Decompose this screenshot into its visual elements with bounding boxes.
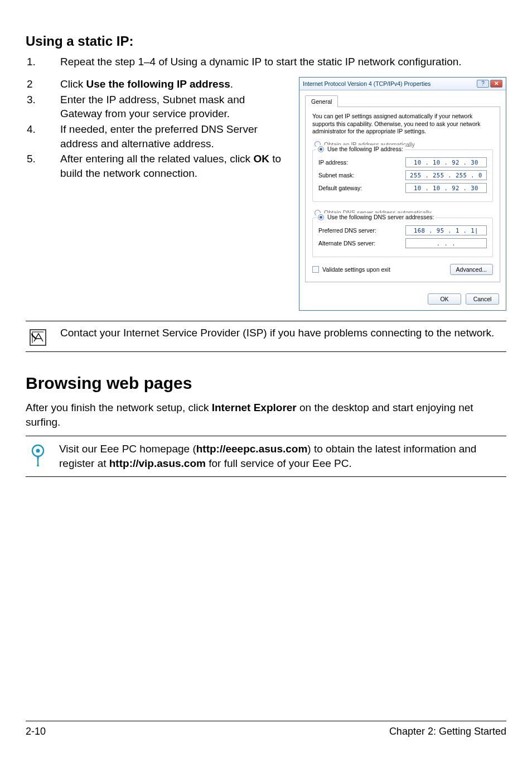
tip-text: Visit our Eee PC homepage (http://eeepc.… bbox=[59, 442, 506, 470]
step-3: 3. Enter the IP address, Subnet mask and… bbox=[26, 93, 289, 121]
note-icon bbox=[26, 326, 50, 347]
subnet-mask-label: Subnet mask: bbox=[318, 171, 405, 179]
alternate-dns-input[interactable]: . . . bbox=[405, 238, 487, 248]
help-button[interactable]: ? bbox=[477, 80, 489, 88]
step-5-number: 5. bbox=[26, 152, 60, 180]
validate-checkbox-row[interactable]: Validate settings upon exit bbox=[312, 266, 390, 273]
use-ip-fieldset: Use the following IP address: IP address… bbox=[312, 150, 493, 202]
step-5-bold: OK bbox=[253, 153, 269, 165]
tip-icon bbox=[26, 442, 50, 470]
radio-use-dns-label: Use the following DNS server addresses: bbox=[327, 213, 434, 221]
tip-callout: Visit our Eee PC homepage (http://eeepc.… bbox=[26, 436, 506, 476]
subnet-mask-input[interactable]: 255 . 255 . 255 . 0 bbox=[405, 170, 487, 180]
preferred-dns-label: Preferred DNS server: bbox=[318, 226, 405, 234]
default-gateway-label: Default gateway: bbox=[318, 184, 405, 192]
radio-icon-selected[interactable] bbox=[318, 214, 324, 220]
step-4: 4. If needed, enter the preferred DNS Se… bbox=[26, 122, 289, 151]
step-2-text: Click Use the following IP address. bbox=[60, 77, 289, 91]
preferred-dns-input[interactable]: 168 . 95 . 1 . 1| bbox=[405, 225, 487, 235]
step-2-post: . bbox=[230, 78, 233, 90]
use-dns-fieldset: Use the following DNS server addresses: … bbox=[312, 218, 493, 257]
dialog-title: Internet Protocol Version 4 (TCP/IPv4) P… bbox=[303, 80, 431, 88]
tip-url2: http://vip.asus.com bbox=[109, 457, 206, 469]
step-5: 5. After entering all the related values… bbox=[26, 152, 289, 180]
heading-using-static-ip: Using a static IP: bbox=[26, 32, 506, 50]
note-text: Contact your Internet Service Provider (… bbox=[60, 326, 506, 347]
ip-address-input[interactable]: 10 . 10 . 92 . 30 bbox=[405, 157, 487, 167]
alternate-dns-label: Alternate DNS server: bbox=[318, 239, 405, 247]
step-1-text: Repeat the step 1–4 of Using a dynamic I… bbox=[60, 55, 506, 69]
ip-address-label: IP address: bbox=[318, 158, 405, 166]
tip-pre: Visit our Eee PC homepage ( bbox=[59, 443, 196, 455]
chapter-title: Chapter 2: Getting Started bbox=[389, 725, 506, 738]
advanced-button[interactable]: Advanced... bbox=[450, 264, 493, 275]
radio-icon-selected[interactable] bbox=[318, 146, 324, 152]
step-2-bold: Use the following IP address bbox=[86, 78, 230, 90]
tip-post: for full service of your Eee PC. bbox=[206, 457, 352, 469]
step-3-text: Enter the IP address, Subnet mask and Ga… bbox=[60, 93, 289, 121]
tip-url1: http://eeepc.asus.com bbox=[196, 443, 308, 455]
step-1: 1. Repeat the step 1–4 of Using a dynami… bbox=[26, 55, 506, 69]
browsing-paragraph: After you finish the network setup, clic… bbox=[26, 401, 506, 429]
step-2-pre: Click bbox=[60, 78, 86, 90]
step-2-number: 2 bbox=[26, 77, 60, 91]
step-1-number: 1. bbox=[26, 55, 60, 69]
heading-browsing-web-pages: Browsing web pages bbox=[26, 372, 506, 395]
browsing-pre: After you finish the network setup, clic… bbox=[26, 402, 212, 413]
cancel-button[interactable]: Cancel bbox=[466, 293, 499, 305]
close-button[interactable]: ✕ bbox=[490, 80, 502, 88]
dialog-titlebar: Internet Protocol Version 4 (TCP/IPv4) P… bbox=[299, 78, 506, 90]
radio-use-ip-label: Use the following IP address: bbox=[327, 145, 403, 153]
step-2: 2 Click Use the following IP address. bbox=[26, 77, 289, 91]
step-4-text: If needed, enter the preferred DNS Serve… bbox=[60, 122, 289, 151]
step-4-number: 4. bbox=[26, 122, 60, 151]
tab-general[interactable]: General bbox=[305, 95, 338, 107]
browsing-bold: Internet Explorer bbox=[212, 402, 297, 413]
checkbox-icon bbox=[312, 266, 319, 273]
step-5-text: After entering all the related values, c… bbox=[60, 152, 289, 180]
dialog-description: You can get IP settings assigned automat… bbox=[312, 113, 493, 134]
default-gateway-input[interactable]: 10 . 10 . 92 . 30 bbox=[405, 183, 487, 193]
svg-point-2 bbox=[36, 449, 40, 453]
ok-button[interactable]: OK bbox=[428, 293, 461, 305]
validate-label: Validate settings upon exit bbox=[322, 266, 390, 273]
step-5-pre: After entering all the related values, c… bbox=[60, 153, 253, 165]
note-callout: Contact your Internet Service Provider (… bbox=[26, 321, 506, 352]
general-panel: You can get IP settings assigned automat… bbox=[305, 107, 500, 282]
page-number: 2-10 bbox=[26, 725, 46, 738]
ipv4-properties-dialog: Internet Protocol Version 4 (TCP/IPv4) P… bbox=[299, 77, 506, 311]
page-footer: 2-10 Chapter 2: Getting Started bbox=[26, 721, 506, 738]
step-3-number: 3. bbox=[26, 93, 60, 121]
